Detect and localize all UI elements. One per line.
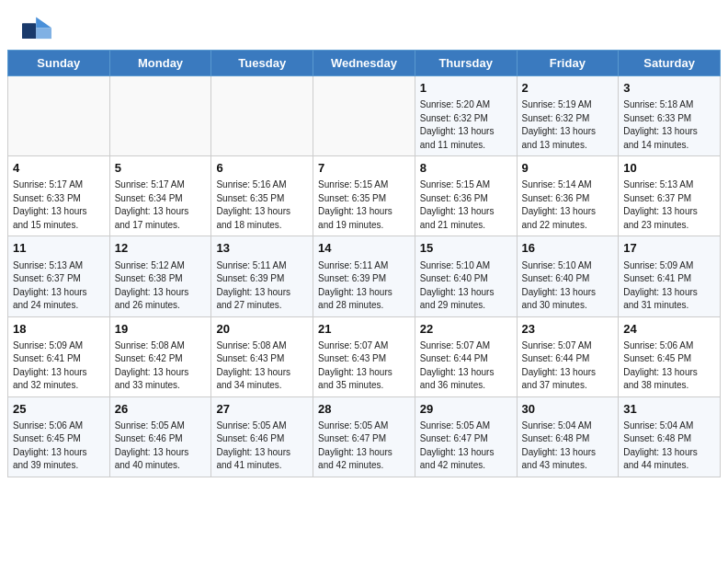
- day-cell: 14Sunrise: 5:11 AM Sunset: 6:39 PM Dayli…: [313, 236, 415, 316]
- day-info: Sunrise: 5:07 AM Sunset: 6:44 PM Dayligh…: [420, 339, 512, 393]
- day-number: 4: [13, 160, 105, 177]
- day-number: 27: [216, 401, 308, 418]
- week-row-4: 18Sunrise: 5:09 AM Sunset: 6:41 PM Dayli…: [8, 316, 721, 396]
- day-info: Sunrise: 5:10 AM Sunset: 6:40 PM Dayligh…: [420, 259, 512, 313]
- day-info: Sunrise: 5:08 AM Sunset: 6:42 PM Dayligh…: [115, 339, 207, 393]
- day-info: Sunrise: 5:13 AM Sunset: 6:37 PM Dayligh…: [13, 259, 105, 313]
- weekday-sunday: Sunday: [8, 51, 110, 76]
- day-number: 26: [115, 401, 207, 418]
- day-number: 9: [522, 160, 614, 177]
- day-number: 10: [623, 160, 715, 177]
- day-number: 14: [318, 240, 410, 257]
- day-cell: 17Sunrise: 5:09 AM Sunset: 6:41 PM Dayli…: [619, 236, 721, 316]
- day-info: Sunrise: 5:11 AM Sunset: 6:39 PM Dayligh…: [318, 259, 410, 313]
- day-number: 6: [216, 160, 308, 177]
- day-cell: 15Sunrise: 5:10 AM Sunset: 6:40 PM Dayli…: [415, 236, 517, 316]
- day-cell: 9Sunrise: 5:14 AM Sunset: 6:36 PM Daylig…: [517, 156, 619, 236]
- day-info: Sunrise: 5:07 AM Sunset: 6:44 PM Dayligh…: [522, 339, 614, 393]
- day-cell: 26Sunrise: 5:05 AM Sunset: 6:46 PM Dayli…: [109, 396, 211, 477]
- day-info: Sunrise: 5:18 AM Sunset: 6:33 PM Dayligh…: [623, 98, 715, 152]
- day-cell: 8Sunrise: 5:15 AM Sunset: 6:36 PM Daylig…: [415, 156, 517, 236]
- day-number: 31: [623, 401, 715, 418]
- day-cell: 29Sunrise: 5:05 AM Sunset: 6:47 PM Dayli…: [415, 396, 517, 477]
- day-number: 8: [420, 160, 512, 177]
- weekday-saturday: Saturday: [619, 51, 721, 76]
- day-info: Sunrise: 5:16 AM Sunset: 6:35 PM Dayligh…: [216, 178, 308, 232]
- day-cell: [109, 76, 211, 156]
- day-cell: 1Sunrise: 5:20 AM Sunset: 6:32 PM Daylig…: [415, 76, 517, 156]
- day-number: 29: [420, 401, 512, 418]
- day-info: Sunrise: 5:15 AM Sunset: 6:35 PM Dayligh…: [318, 178, 410, 232]
- day-info: Sunrise: 5:15 AM Sunset: 6:36 PM Dayligh…: [420, 178, 512, 232]
- day-info: Sunrise: 5:05 AM Sunset: 6:46 PM Dayligh…: [216, 419, 308, 473]
- day-cell: 5Sunrise: 5:17 AM Sunset: 6:34 PM Daylig…: [109, 156, 211, 236]
- day-cell: 31Sunrise: 5:04 AM Sunset: 6:48 PM Dayli…: [619, 396, 721, 477]
- day-cell: 3Sunrise: 5:18 AM Sunset: 6:33 PM Daylig…: [619, 76, 721, 156]
- day-cell: 16Sunrise: 5:10 AM Sunset: 6:40 PM Dayli…: [517, 236, 619, 316]
- day-cell: 7Sunrise: 5:15 AM Sunset: 6:35 PM Daylig…: [313, 156, 415, 236]
- day-cell: 20Sunrise: 5:08 AM Sunset: 6:43 PM Dayli…: [211, 316, 313, 396]
- day-info: Sunrise: 5:14 AM Sunset: 6:36 PM Dayligh…: [522, 178, 614, 232]
- day-number: 30: [522, 401, 614, 418]
- header: [0, 0, 728, 50]
- week-row-3: 11Sunrise: 5:13 AM Sunset: 6:37 PM Dayli…: [8, 236, 721, 316]
- week-row-2: 4Sunrise: 5:17 AM Sunset: 6:33 PM Daylig…: [8, 156, 721, 236]
- day-cell: 4Sunrise: 5:17 AM Sunset: 6:33 PM Daylig…: [8, 156, 110, 236]
- weekday-tuesday: Tuesday: [211, 51, 313, 76]
- day-number: 17: [623, 240, 715, 257]
- day-cell: [313, 76, 415, 156]
- day-cell: 22Sunrise: 5:07 AM Sunset: 6:44 PM Dayli…: [415, 316, 517, 396]
- day-cell: [8, 76, 110, 156]
- calendar-wrapper: SundayMondayTuesdayWednesdayThursdayFrid…: [0, 50, 728, 485]
- day-number: 2: [522, 80, 614, 97]
- day-info: Sunrise: 5:05 AM Sunset: 6:46 PM Dayligh…: [115, 419, 207, 473]
- day-cell: 12Sunrise: 5:12 AM Sunset: 6:38 PM Dayli…: [109, 236, 211, 316]
- day-info: Sunrise: 5:20 AM Sunset: 6:32 PM Dayligh…: [420, 98, 512, 152]
- day-number: 25: [13, 401, 105, 418]
- day-cell: 25Sunrise: 5:06 AM Sunset: 6:45 PM Dayli…: [8, 396, 110, 477]
- day-number: 15: [420, 240, 512, 257]
- day-number: 23: [522, 321, 614, 338]
- day-number: 7: [318, 160, 410, 177]
- day-cell: 6Sunrise: 5:16 AM Sunset: 6:35 PM Daylig…: [211, 156, 313, 236]
- day-number: 22: [420, 321, 512, 338]
- day-cell: 28Sunrise: 5:05 AM Sunset: 6:47 PM Dayli…: [313, 396, 415, 477]
- day-cell: 24Sunrise: 5:06 AM Sunset: 6:45 PM Dayli…: [619, 316, 721, 396]
- weekday-wednesday: Wednesday: [313, 51, 415, 76]
- day-cell: 13Sunrise: 5:11 AM Sunset: 6:39 PM Dayli…: [211, 236, 313, 316]
- day-number: 1: [420, 80, 512, 97]
- day-number: 16: [522, 240, 614, 257]
- day-number: 20: [216, 321, 308, 338]
- day-number: 5: [115, 160, 207, 177]
- day-info: Sunrise: 5:06 AM Sunset: 6:45 PM Dayligh…: [623, 339, 715, 393]
- svg-rect-0: [22, 23, 36, 39]
- day-cell: 18Sunrise: 5:09 AM Sunset: 6:41 PM Dayli…: [8, 316, 110, 396]
- day-info: Sunrise: 5:09 AM Sunset: 6:41 PM Dayligh…: [13, 339, 105, 393]
- logo: [22, 17, 55, 42]
- day-cell: 11Sunrise: 5:13 AM Sunset: 6:37 PM Dayli…: [8, 236, 110, 316]
- weekday-friday: Friday: [517, 51, 619, 76]
- day-number: 28: [318, 401, 410, 418]
- calendar-header: SundayMondayTuesdayWednesdayThursdayFrid…: [8, 51, 721, 76]
- day-info: Sunrise: 5:10 AM Sunset: 6:40 PM Dayligh…: [522, 259, 614, 313]
- weekday-row: SundayMondayTuesdayWednesdayThursdayFrid…: [8, 51, 721, 76]
- day-info: Sunrise: 5:11 AM Sunset: 6:39 PM Dayligh…: [216, 259, 308, 313]
- day-cell: [211, 76, 313, 156]
- calendar-body: 1Sunrise: 5:20 AM Sunset: 6:32 PM Daylig…: [8, 76, 721, 477]
- day-cell: 2Sunrise: 5:19 AM Sunset: 6:32 PM Daylig…: [517, 76, 619, 156]
- day-info: Sunrise: 5:07 AM Sunset: 6:43 PM Dayligh…: [318, 339, 410, 393]
- day-info: Sunrise: 5:17 AM Sunset: 6:33 PM Dayligh…: [13, 178, 105, 232]
- day-number: 3: [623, 80, 715, 97]
- calendar-table: SundayMondayTuesdayWednesdayThursdayFrid…: [7, 50, 721, 477]
- day-number: 19: [115, 321, 207, 338]
- weekday-monday: Monday: [109, 51, 211, 76]
- day-info: Sunrise: 5:04 AM Sunset: 6:48 PM Dayligh…: [522, 419, 614, 473]
- day-info: Sunrise: 5:09 AM Sunset: 6:41 PM Dayligh…: [623, 259, 715, 313]
- day-number: 13: [216, 240, 308, 257]
- day-number: 24: [623, 321, 715, 338]
- day-cell: 27Sunrise: 5:05 AM Sunset: 6:46 PM Dayli…: [211, 396, 313, 477]
- day-info: Sunrise: 5:04 AM Sunset: 6:48 PM Dayligh…: [623, 419, 715, 473]
- day-cell: 10Sunrise: 5:13 AM Sunset: 6:37 PM Dayli…: [619, 156, 721, 236]
- day-cell: 23Sunrise: 5:07 AM Sunset: 6:44 PM Dayli…: [517, 316, 619, 396]
- day-cell: 19Sunrise: 5:08 AM Sunset: 6:42 PM Dayli…: [109, 316, 211, 396]
